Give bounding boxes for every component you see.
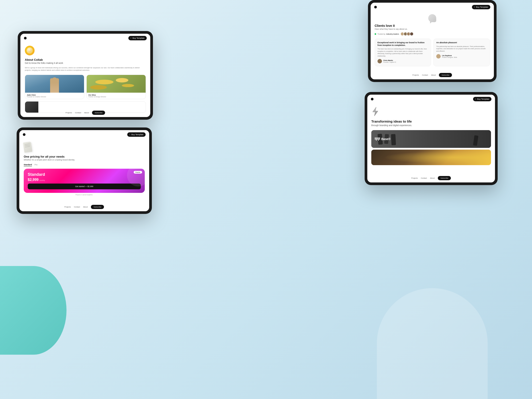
nav-subscribe-btn[interactable]: Subscribe — [92, 111, 105, 115]
team-card-iris: Iris Silva Partner & Design Director — [86, 75, 146, 99]
testimonial-2-body: The partnership has been an absolute ple… — [436, 45, 487, 52]
iris-name: Iris Silva — [89, 94, 144, 96]
iris-info: Iris Silva Partner & Design Director — [87, 93, 146, 99]
tablet-about-screen:  Buy Template About Collab Get to know … — [20, 34, 150, 117]
clients-nav-contact[interactable]: Contact — [422, 74, 428, 76]
testimonial-2-role: Product Designer, Meta — [442, 57, 457, 58]
tablet-pricing-screen:  Buy Template One pricing for all your … — [19, 130, 149, 211]
warm-glow — [371, 150, 491, 165]
pricing-plan-name: Standard — [28, 172, 141, 177]
iris-role: Partner & Design Director — [89, 96, 144, 98]
team-card-jade: Jade Chen Founder & Creative Director — [25, 75, 84, 99]
base-card-overlay: Base® — [371, 130, 491, 148]
trusted-row: Trusted by industry leaders — [375, 32, 490, 36]
clients-buy-button[interactable]:  Buy Template — [472, 5, 490, 9]
tablet-clients:  Buy Template Clients love it Hear what… — [368, 0, 497, 82]
clients-content: Clients love it Hear what they have to s… — [371, 12, 494, 69]
tablet-pricing:  Buy Template One pricing for all your … — [17, 127, 152, 214]
clients-subtitle: Hear what they have to say about us. — [375, 28, 490, 30]
clients-nav-about[interactable]: About — [431, 74, 436, 76]
chat-bubble-icon — [428, 14, 436, 22]
pricing-amount-row: $2,999 monthly — [28, 178, 141, 182]
pricing-card-standard: Popular Standard $2,999 monthly Get star… — [24, 169, 145, 193]
testimonial-card-1: Exceptional work in bringing our brand t… — [375, 38, 431, 66]
testimonial-2-title: An absolute pleasure! — [436, 41, 487, 44]
pricing-subtitle: Whether it's a simple pitch deck or a la… — [24, 159, 145, 161]
clients-buy-label: Buy Template — [476, 6, 488, 8]
apple-icon-pricing:  — [129, 133, 130, 136]
project-card-second — [371, 150, 491, 165]
apple-icon:  — [131, 37, 131, 39]
about-buy-template-button[interactable]:  Buy Template — [128, 36, 147, 40]
pricing-cancel-text: Pause or cancel anytime. — [24, 194, 145, 196]
transform-bottom-nav: Projects Contact About Subscribe — [367, 176, 495, 180]
pricing-bottom-nav: Projects Contact About Subscribe — [19, 205, 149, 209]
transform-subscribe-btn[interactable]: Subscribe — [438, 176, 451, 180]
jade-role: Founder & Creative Director — [27, 96, 82, 98]
clients-nav-bar:  Buy Template — [371, 3, 494, 12]
pricing-nav-about[interactable]: About — [83, 206, 88, 208]
avatars-row — [400, 32, 414, 36]
about-content: About Collab Get to know the folks makin… — [20, 43, 150, 116]
clients-bottom-nav: Projects Contact About Subscribe — [371, 73, 494, 77]
transform-nav-contact[interactable]: Contact — [421, 177, 427, 179]
testimonial-cards: Exceptional work in bringing our brand t… — [375, 38, 490, 66]
about-logo-donut — [25, 46, 35, 55]
pricing-nav-projects[interactable]: Projects — [64, 206, 71, 208]
trusted-prefix: Trusted by — [378, 33, 385, 35]
pricing-nav-contact[interactable]: Contact — [74, 206, 80, 208]
pricing-nav-dot — [23, 133, 25, 136]
about-subtitle: Get to know the folks making it all work — [25, 62, 146, 64]
jade-name: Jade Chen — [27, 94, 82, 96]
nav-about[interactable]: About — [84, 112, 89, 114]
pricing-buy-label: Buy Template — [132, 133, 143, 136]
clients-title: Clients love it — [375, 24, 490, 27]
team-grid: Jade Chen Founder & Creative Director Ir… — [25, 75, 146, 99]
bar-5 — [379, 137, 380, 140]
testimonial-1-title: Exceptional work in bringing our brand t… — [378, 41, 428, 47]
pricing-tab-pro[interactable]: Pro — [35, 164, 38, 166]
testimonial-2-author: Lia Seydoux Product Designer, Meta — [436, 54, 487, 58]
base-bars-icon — [375, 137, 380, 140]
testimonial-1-avatar — [378, 59, 382, 63]
paper-line-2 — [25, 145, 30, 146]
transform-title: Transforming ideas to life — [371, 120, 491, 123]
iris-flowers-bg — [87, 75, 146, 93]
bar-3 — [377, 137, 378, 140]
transform-nav-projects[interactable]: Projects — [412, 177, 418, 179]
paper-line-3 — [25, 146, 30, 147]
trusted-indicator — [375, 33, 376, 35]
clients-subscribe-btn[interactable]: Subscribe — [439, 73, 452, 77]
bar-4 — [378, 137, 379, 140]
transform-nav-dot — [371, 98, 374, 101]
pricing-cta-button[interactable]: Get started — $2,999 — [28, 184, 141, 189]
pricing-nav-bar:  Buy Template — [19, 130, 149, 139]
logo-hole — [28, 49, 32, 52]
clients-nav-dot — [374, 6, 377, 8]
apple-icon-transform:  — [475, 98, 476, 100]
transform-nav-bar:  Buy Template — [367, 95, 495, 103]
pricing-subscribe-btn[interactable]: Subscribe — [91, 205, 104, 209]
pricing-icon-wrapper — [24, 142, 145, 152]
about-nav-bar:  Buy Template — [20, 34, 150, 43]
tablet-transform-screen:  Buy Template Transforming ideas to lif… — [367, 95, 495, 183]
project-cards: Base® — [371, 130, 491, 165]
avatar-4 — [410, 32, 414, 36]
nav-projects[interactable]: Projects — [66, 112, 72, 114]
testimonial-card-2: An absolute pleasure! The partnership ha… — [433, 38, 490, 66]
transform-nav-about[interactable]: About — [430, 177, 435, 179]
pricing-paper-icon — [23, 142, 32, 153]
testimonial-1-info: Chris Martin Founder, Capital VC — [383, 59, 396, 63]
pricing-tab-standard[interactable]: Standard — [24, 164, 32, 166]
transform-buy-label: Buy Template — [477, 98, 489, 100]
testimonial-2-info: Lia Seydoux Product Designer, Meta — [442, 55, 457, 58]
clients-nav-projects[interactable]: Projects — [412, 74, 419, 76]
bar-2 — [376, 137, 377, 140]
pricing-buy-button[interactable]:  Buy Template — [127, 132, 146, 137]
transform-buy-button[interactable]:  Buy Template — [473, 97, 491, 101]
nav-contact[interactable]: Contact — [75, 112, 81, 114]
pricing-period: monthly — [39, 180, 45, 181]
trusted-bold: industry leaders — [386, 33, 399, 35]
base-project-title: Base® — [381, 137, 390, 141]
bg-decoration-teal — [0, 266, 66, 355]
